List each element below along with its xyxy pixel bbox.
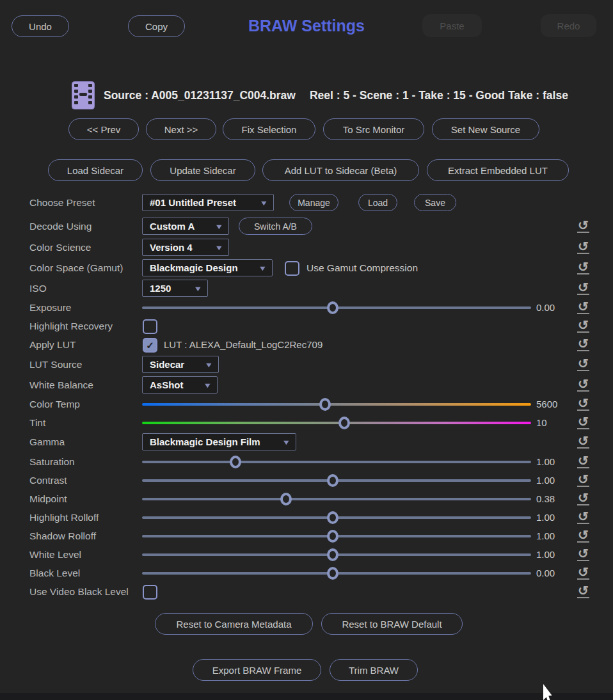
midpoint-slider-handle[interactable]	[280, 493, 292, 505]
row-apply-lut: Apply LUT ✓ LUT : ALEXA_Default_LogC2Rec…	[0, 335, 613, 354]
color-space-dropdown[interactable]: Blackmagic Design ▼	[142, 259, 273, 276]
extract-embedded-lut-button[interactable]: Extract Embedded LUT	[427, 159, 569, 181]
tint-slider-handle[interactable]	[338, 417, 350, 429]
chevron-down-icon: ▼	[193, 285, 202, 292]
row-tint: Tint 10 ↺	[0, 413, 613, 433]
reset-icon[interactable]: ↺	[577, 454, 589, 468]
reset-icon[interactable]: ↺	[577, 281, 589, 295]
reset-icon[interactable]: ↺	[577, 240, 589, 254]
contrast-label: Contrast	[29, 471, 67, 490]
contrast-slider-handle[interactable]	[327, 474, 338, 487]
reset-icon[interactable]: ↺	[577, 510, 589, 524]
tint-slider[interactable]	[142, 422, 531, 424]
reset-icon[interactable]: ↺	[577, 529, 589, 543]
row-exposure: Exposure 0.00 ↺	[0, 298, 613, 317]
lut-source-dropdown[interactable]: Sidecar ▼	[142, 356, 219, 373]
row-decode-using: Decode Using Custom A ▼ Switch A/B ↺	[0, 217, 613, 236]
highlight-recovery-checkbox[interactable]: ✓	[143, 319, 157, 334]
midpoint-slider[interactable]	[142, 498, 531, 500]
highlight-rolloff-slider-handle[interactable]	[327, 511, 338, 524]
reset-icon[interactable]: ↺	[577, 473, 589, 487]
row-white-balance: White Balance AsShot ▼ ↺	[0, 376, 613, 395]
white-level-slider-handle[interactable]	[327, 548, 338, 561]
reset-icon[interactable]: ↺	[577, 219, 589, 233]
row-white-level: White Level 1.00 ↺	[0, 545, 613, 564]
reset-icon[interactable]: ↺	[577, 566, 589, 580]
shadow-rolloff-slider[interactable]	[142, 535, 531, 537]
load-sidecar-button[interactable]: Load Sidecar	[48, 159, 143, 181]
reset-icon[interactable]: ↺	[577, 260, 589, 274]
preset-dropdown[interactable]: #01 Untitled Preset ▼	[142, 194, 274, 211]
manage-preset-button[interactable]: Manage	[289, 194, 338, 211]
contrast-slider[interactable]	[142, 479, 531, 482]
set-new-source-button[interactable]: Set New Source	[432, 118, 539, 140]
color-science-dropdown[interactable]: Version 4 ▼	[142, 239, 229, 256]
tint-label: Tint	[29, 413, 45, 433]
white-level-label: White Level	[29, 545, 81, 564]
add-lut-to-sidecar-button[interactable]: Add LUT to Sidecar (Beta)	[262, 159, 419, 181]
exposure-slider[interactable]	[142, 306, 531, 309]
color-temp-slider[interactable]	[142, 403, 531, 406]
color-temp-slider-handle[interactable]	[319, 398, 331, 411]
apply-lut-checkbox[interactable]: ✓	[143, 338, 157, 353]
white-level-slider[interactable]	[142, 553, 531, 556]
reset-icon[interactable]: ↺	[577, 547, 589, 561]
reset-to-camera-metadata-button[interactable]: Reset to Camera Metadata	[155, 613, 313, 635]
reset-to-braw-default-button[interactable]: Reset to BRAW Default	[321, 613, 463, 635]
trim-braw-button[interactable]: Trim BRAW	[330, 659, 418, 681]
redo-button[interactable]: Redo	[541, 14, 596, 37]
prev-button[interactable]: << Prev	[68, 118, 139, 140]
reset-icon[interactable]: ↺	[577, 378, 589, 392]
reset-icon[interactable]: ↺	[577, 357, 589, 371]
load-preset-button[interactable]: Load	[358, 194, 397, 211]
chevron-down-icon: ▼	[259, 199, 268, 207]
gamma-dropdown[interactable]: Blackmagic Design Film ▼	[142, 433, 296, 450]
update-sidecar-button[interactable]: Update Sidecar	[150, 159, 255, 181]
reset-icon[interactable]: ↺	[577, 397, 589, 411]
export-braw-frame-button[interactable]: Export BRAW Frame	[193, 659, 321, 681]
gamut-compression-label: Use Gamut Compression	[306, 259, 418, 278]
reset-icon[interactable]: ↺	[577, 415, 589, 429]
chevron-down-icon: ▼	[204, 361, 213, 369]
braw-settings-panel: Undo Copy BRAW Settings Paste Redo Sourc…	[0, 0, 613, 700]
row-color-science: Color Science Version 4 ▼ ↺	[0, 238, 613, 257]
fix-selection-button[interactable]: Fix Selection	[223, 118, 315, 140]
highlight-rolloff-value: 1.00	[536, 508, 555, 527]
save-preset-button[interactable]: Save	[414, 194, 456, 211]
white-balance-dropdown[interactable]: AsShot ▼	[142, 376, 218, 394]
reset-icon[interactable]: ↺	[577, 434, 589, 449]
chevron-down-icon: ▼	[203, 381, 212, 389]
black-level-slider[interactable]	[142, 572, 531, 575]
shadow-rolloff-slider-handle[interactable]	[327, 530, 338, 543]
row-use-video-black-level: Use Video Black Level ✓ ↺	[0, 582, 613, 601]
page-title: BRAW Settings	[0, 17, 613, 35]
gamut-compression-checkbox[interactable]: ✓	[285, 261, 299, 276]
iso-label: ISO	[29, 279, 47, 298]
saturation-label: Saturation	[29, 452, 75, 472]
panel-bottom-edge	[0, 693, 613, 700]
reset-icon[interactable]: ↺	[577, 319, 589, 333]
gamma-label: Gamma	[29, 433, 65, 452]
contrast-value: 1.00	[536, 471, 555, 490]
reset-icon[interactable]: ↺	[577, 584, 589, 598]
paste-button[interactable]: Paste	[422, 14, 482, 37]
next-button[interactable]: Next >>	[146, 118, 216, 140]
switch-ab-button[interactable]: Switch A/B	[239, 218, 312, 235]
exposure-slider-handle[interactable]	[327, 301, 338, 314]
reset-icon[interactable]: ↺	[577, 300, 589, 314]
to-src-monitor-button[interactable]: To Src Monitor	[323, 118, 424, 140]
tint-value: 10	[536, 413, 547, 433]
reset-icon[interactable]: ↺	[577, 491, 589, 505]
row-midpoint: Midpoint 0.38 ↺	[0, 489, 613, 509]
decode-using-dropdown[interactable]: Custom A ▼	[142, 218, 229, 235]
saturation-slider[interactable]	[142, 461, 531, 463]
saturation-slider-handle[interactable]	[230, 456, 241, 468]
use-video-black-level-checkbox[interactable]: ✓	[143, 585, 157, 600]
midpoint-label: Midpoint	[29, 489, 67, 509]
reset-icon[interactable]: ↺	[577, 337, 589, 351]
shadow-rolloff-label: Shadow Rolloff	[29, 527, 96, 546]
black-level-slider-handle[interactable]	[327, 567, 338, 580]
highlight-rolloff-slider[interactable]	[142, 516, 531, 519]
iso-dropdown[interactable]: 1250 ▼	[142, 280, 208, 297]
row-highlight-recovery: Highlight Recovery ✓ ↺	[0, 317, 613, 336]
